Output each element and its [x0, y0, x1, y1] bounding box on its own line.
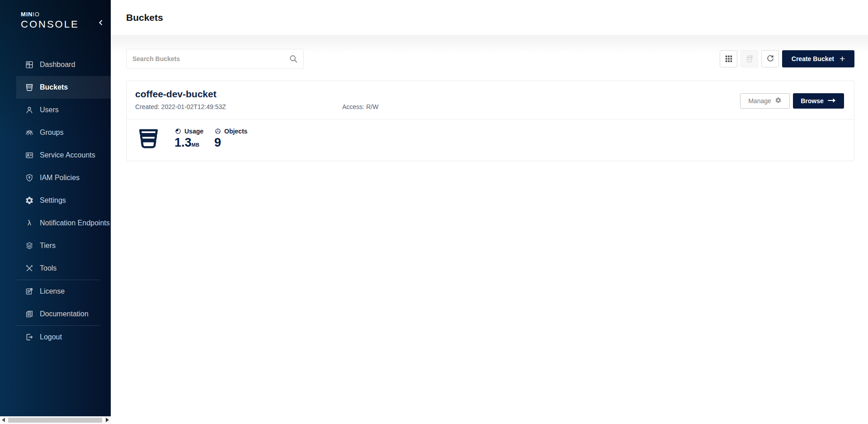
bucket-meta-row: Created: 2022-01-02T12:49:53Z Access: R/…	[135, 103, 844, 110]
refresh-icon	[766, 54, 775, 63]
sidebar-item-groups[interactable]: Groups	[16, 121, 111, 144]
sidebar-item-label: Notification Endpoints	[40, 219, 110, 227]
objects-value: 9	[214, 137, 247, 149]
sidebar-item-service-accounts[interactable]: Service Accounts	[16, 144, 111, 167]
layers-icon	[25, 241, 34, 250]
sidebar-item-label: Service Accounts	[40, 151, 95, 159]
usage-value: 1.3MB	[175, 137, 203, 149]
shield-icon	[25, 173, 34, 182]
objects-label: Objects	[224, 128, 247, 135]
sidebar-item-label: Dashboard	[40, 61, 75, 69]
sidebar-item-label: Tools	[40, 264, 57, 272]
id-card-icon	[25, 151, 34, 160]
usage-label-row: Usage	[175, 128, 203, 135]
search-icon	[288, 54, 298, 64]
usage-unit: MB	[192, 142, 200, 148]
bucket-card-header: coffee-dev-bucket Created: 2022-01-02T12…	[127, 81, 854, 119]
manage-button[interactable]: Manage	[740, 93, 790, 109]
person-icon	[25, 105, 34, 114]
bucket-icon	[25, 83, 34, 92]
scrollbar-right-arrow[interactable]	[106, 418, 109, 422]
grid-icon	[724, 54, 733, 63]
sidebar-item-buckets[interactable]: Buckets	[16, 76, 111, 99]
sidebar-item-label: Tiers	[40, 242, 56, 250]
sidebar: MINIO CONSOLE Dashboard Buckets	[0, 0, 111, 416]
plus-icon: +	[840, 54, 845, 63]
delete-buckets-button[interactable]	[741, 50, 758, 67]
logo-console-text: CONSOLE	[21, 19, 79, 30]
sidebar-item-users[interactable]: Users	[16, 99, 111, 121]
logo-minio-wordmark: MINIO	[21, 10, 79, 18]
chevron-left-icon	[97, 19, 104, 28]
bucket-created: Created: 2022-01-02T12:49:53Z	[135, 103, 342, 110]
sidebar-item-label: Buckets	[40, 83, 68, 91]
people-group-icon	[25, 128, 34, 137]
sidebar-item-dashboard[interactable]: Dashboard	[16, 53, 111, 76]
content-area: Create Bucket + coffee-dev-bucket Create…	[111, 36, 868, 424]
sidebar-item-label: IAM Policies	[40, 174, 80, 182]
objects-icon	[214, 128, 222, 135]
crossed-tools-icon	[25, 264, 34, 273]
bucket-card-buttons: Manage Browse	[740, 93, 844, 109]
bucket-view-toolbar: Create Bucket +	[720, 50, 854, 67]
sidebar-item-label: Groups	[40, 129, 63, 137]
sidebar-item-iam-policies[interactable]: IAM Policies	[16, 167, 111, 189]
svg-text:λ: λ	[28, 219, 31, 227]
page-header: Buckets	[111, 0, 868, 36]
created-label: Created:	[135, 103, 160, 110]
sidebar-menu: Dashboard Buckets Users Groups	[16, 43, 111, 348]
exit-arrow-icon	[25, 333, 34, 342]
search-box	[126, 49, 304, 69]
pie-chart-icon	[175, 128, 182, 135]
gear-icon	[25, 196, 34, 205]
create-bucket-button[interactable]: Create Bucket +	[782, 50, 854, 67]
sidebar-item-label: Logout	[40, 333, 62, 341]
bucket-metrics: Usage 1.3MB Objects 9	[127, 119, 854, 153]
browse-button[interactable]: Browse	[793, 93, 844, 109]
bucket-access: Access: R/W	[342, 103, 378, 110]
usage-metric: Usage 1.3MB	[175, 126, 203, 149]
lambda-icon: λ	[25, 219, 34, 228]
access-label: Access:	[342, 103, 364, 110]
gear-icon	[775, 97, 782, 105]
created-value: 2022-01-02T12:49:53Z	[161, 103, 226, 110]
sidebar-item-documentation[interactable]: Documentation	[16, 303, 111, 325]
scrollbar-left-arrow[interactable]	[2, 418, 5, 422]
logo-text-light: IO	[33, 11, 39, 18]
document-seal-icon	[25, 287, 34, 296]
arrow-right-icon	[828, 97, 836, 105]
grid-view-button[interactable]	[720, 50, 737, 67]
manage-label: Manage	[748, 97, 771, 105]
sidebar-item-notification-endpoints[interactable]: λ Notification Endpoints	[16, 212, 111, 234]
bucket-icon	[135, 126, 162, 153]
minio-logo: MINIO CONSOLE	[21, 10, 79, 30]
bucket-stack-icon	[745, 54, 754, 63]
sidebar-item-license[interactable]: License	[16, 280, 111, 303]
sidebar-item-label: Users	[40, 106, 59, 114]
refresh-button[interactable]	[761, 50, 779, 67]
sidebar-item-logout[interactable]: Logout	[16, 326, 111, 348]
objects-metric: Objects 9	[214, 126, 247, 149]
sidebar-item-tools[interactable]: Tools	[16, 257, 111, 280]
actions-row: Create Bucket +	[126, 49, 854, 69]
objects-label-row: Objects	[214, 128, 247, 135]
bucket-card: coffee-dev-bucket Created: 2022-01-02T12…	[126, 81, 854, 161]
usage-number: 1.3	[175, 136, 192, 149]
bucket-name-link[interactable]: coffee-dev-bucket	[135, 89, 844, 100]
sidebar-collapse-button[interactable]	[95, 17, 107, 29]
sidebar-item-label: Documentation	[40, 310, 89, 318]
logo-text-bold: MIN	[21, 11, 33, 18]
sidebar-item-settings[interactable]: Settings	[16, 189, 111, 212]
page-title: Buckets	[126, 12, 163, 23]
book-pages-icon	[25, 310, 34, 319]
browse-label: Browse	[801, 97, 824, 105]
access-value: R/W	[366, 103, 378, 110]
scrollbar-thumb[interactable]	[8, 418, 102, 423]
sidebar-item-label: Settings	[40, 196, 66, 205]
search-input[interactable]	[126, 49, 304, 69]
create-bucket-label: Create Bucket	[792, 55, 834, 62]
sidebar-item-label: License	[40, 287, 65, 295]
sidebar-horizontal-scrollbar	[0, 416, 111, 424]
sidebar-item-tiers[interactable]: Tiers	[16, 234, 111, 257]
main-area: Buckets	[111, 0, 868, 424]
